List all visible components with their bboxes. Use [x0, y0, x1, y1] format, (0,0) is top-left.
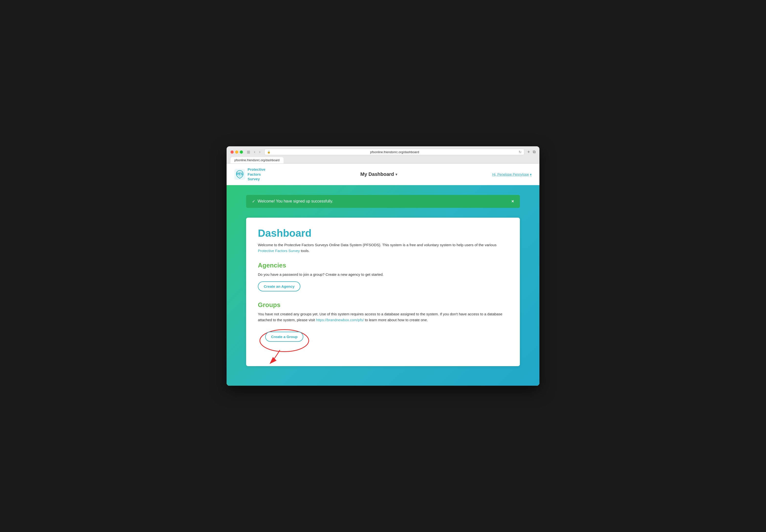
intro-text: Welcome to the Protective Factors Survey…	[258, 243, 497, 247]
sidebar-toggle-button[interactable]: ⊞	[246, 149, 251, 155]
success-message: Welcome! You have signed up successfully…	[258, 199, 333, 203]
nav-title: My Dashboard	[360, 171, 394, 177]
intro-suffix: tools.	[300, 249, 310, 253]
browser-tabs: pfsonline.friendsnrc.org/dashboard	[230, 157, 536, 163]
browser-controls: ⊞ ‹ ›	[246, 149, 261, 155]
forward-button[interactable]: ›	[258, 149, 261, 155]
user-greeting: Hi, Penelope Pennylope	[492, 172, 529, 176]
banner-close-button[interactable]: ×	[511, 199, 514, 204]
success-checkmark-icon: ✓	[252, 199, 255, 204]
groups-title: Groups	[258, 301, 508, 309]
new-tab-button[interactable]: +	[527, 149, 530, 155]
groups-desc: You have not created any groups yet. Use…	[258, 311, 508, 323]
groups-section: Groups You have not created any groups y…	[258, 301, 508, 354]
back-button[interactable]: ‹	[253, 149, 256, 155]
url-text: pfsonline.friendsnrc.org/dashboard	[272, 150, 518, 154]
dashboard-intro-text: Welcome to the Protective Factors Survey…	[258, 242, 508, 254]
user-menu[interactable]: Hi, Penelope Pennylope ▾	[492, 172, 532, 176]
close-window-button[interactable]	[230, 150, 234, 154]
minimize-window-button[interactable]	[235, 150, 238, 154]
new-window-button[interactable]: ⧉	[533, 150, 536, 154]
app-content: PFS Protective Factors Survey My Dashboa…	[226, 164, 540, 386]
user-dropdown-arrow: ▾	[530, 172, 532, 176]
svg-text:PFS: PFS	[236, 172, 243, 176]
app-header: PFS Protective Factors Survey My Dashboa…	[226, 164, 540, 185]
logo-area[interactable]: PFS Protective Factors Survey	[234, 167, 265, 181]
active-tab[interactable]: pfsonline.friendsnrc.org/dashboard	[230, 157, 283, 163]
create-group-button[interactable]: Create a Group	[265, 332, 303, 342]
reload-button[interactable]: ↻	[519, 150, 522, 154]
lock-icon: 🔒	[267, 150, 270, 154]
main-background: ✓ Welcome! You have signed up successful…	[226, 185, 540, 386]
address-bar[interactable]: 🔒 pfsonline.friendsnrc.org/dashboard ↻	[264, 149, 525, 155]
dashboard-title: Dashboard	[258, 227, 508, 239]
groups-desc-after: to learn more about how to create one.	[364, 318, 428, 322]
agencies-desc: Do you have a password to join a group? …	[258, 272, 508, 277]
logo-icon: PFS	[234, 169, 245, 180]
agencies-section: Agencies Do you have a password to join …	[258, 262, 508, 299]
traffic-lights	[230, 150, 243, 154]
browser-chrome: ⊞ ‹ › 🔒 pfsonline.friendsnrc.org/dashboa…	[226, 146, 540, 164]
dashboard-nav-link[interactable]: My Dashboard ▾	[360, 171, 397, 177]
browser-window: ⊞ ‹ › 🔒 pfsonline.friendsnrc.org/dashboa…	[226, 146, 540, 386]
success-banner-content: ✓ Welcome! You have signed up successful…	[252, 199, 333, 204]
nav-dropdown-arrow: ▾	[396, 172, 397, 176]
agencies-title: Agencies	[258, 262, 508, 269]
create-agency-button[interactable]: Create an Agency	[258, 281, 300, 291]
logo-text: Protective Factors Survey	[247, 167, 265, 181]
create-group-wrapper: Create a Group	[258, 327, 311, 354]
success-banner: ✓ Welcome! You have signed up successful…	[246, 195, 520, 208]
tab-label: pfsonline.friendsnrc.org/dashboard	[234, 159, 279, 162]
brandnewbox-link[interactable]: https://brandnewbox.com/pfs/	[316, 318, 364, 322]
dashboard-card: Dashboard Welcome to the Protective Fact…	[246, 218, 520, 366]
protective-factors-survey-link[interactable]: Protective Factors Survey	[258, 249, 300, 253]
maximize-window-button[interactable]	[240, 150, 243, 154]
